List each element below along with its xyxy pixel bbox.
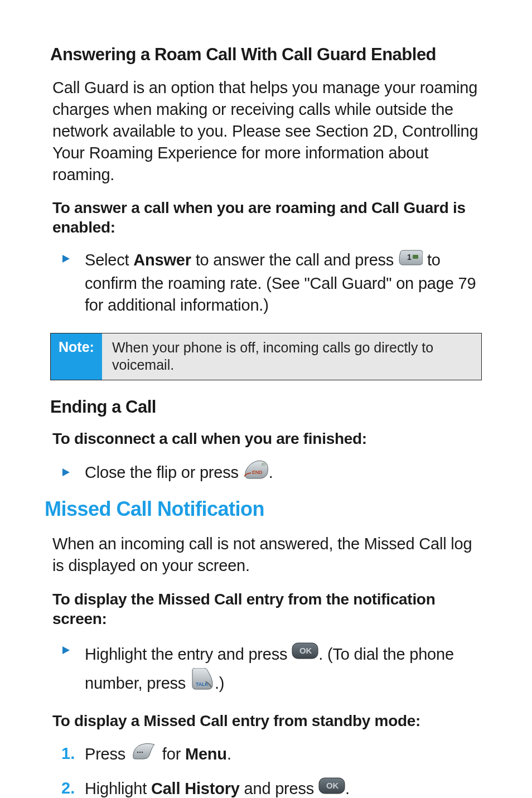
svg-text:/O: /O [262, 462, 266, 466]
instr-roam: To answer a call when you are roaming an… [52, 198, 482, 237]
bullet-marker-icon [61, 249, 85, 270]
text-fragment: .) [215, 674, 224, 692]
note-text: When your phone is off, incoming calls g… [102, 333, 481, 380]
text-fragment: to answer the call and press [191, 251, 398, 269]
text-fragment: for [158, 745, 185, 763]
bullet-end-call: Close the flip or press END/O. [50, 461, 482, 486]
para-roam-intro: Call Guard is an option that helps you m… [52, 77, 482, 186]
key-leftsoft-icon [130, 742, 158, 766]
svg-rect-2 [413, 255, 418, 259]
step-1-text: Press for Menu. [85, 743, 231, 767]
step-2-text: Highlight Call History and press OK. [85, 777, 350, 798]
instr-missed-notif: To display the Missed Call entry from th… [52, 589, 482, 628]
svg-text:OK: OK [326, 781, 338, 790]
svg-text:END: END [252, 470, 263, 475]
key-ok-icon: OK [318, 777, 345, 798]
text-bold-menu: Menu [185, 745, 227, 763]
key-end-icon: END/O [243, 460, 269, 485]
bullet-end-text: Close the flip or press END/O. [85, 461, 273, 486]
key-ok-icon: OK [292, 640, 318, 668]
text-fragment: Close the flip or press [85, 463, 243, 481]
svg-point-11 [139, 752, 141, 753]
svg-point-12 [142, 752, 143, 753]
text-fragment: . [345, 780, 350, 797]
note-box: Note: When your phone is off, incoming c… [50, 333, 482, 380]
para-missed: When an incoming call is not answered, t… [52, 533, 482, 577]
step-2: 2. Highlight Call History and press OK. [61, 777, 482, 798]
text-fragment: and press [240, 780, 318, 797]
svg-marker-0 [62, 255, 70, 263]
text-fragment: Highlight [85, 780, 151, 797]
instr-missed-standby: To display a Missed Call entry from stan… [52, 711, 482, 731]
page: Answering a Roam Call With Call Guard En… [0, 0, 532, 798]
svg-point-10 [137, 752, 139, 753]
bullet-roam-answer: Select Answer to answer the call and pre… [50, 249, 482, 316]
bullet-missed-text: Highlight the entry and press OK. (To di… [85, 641, 482, 700]
step-1: 1. Press for Menu. [61, 743, 482, 767]
key-talk-icon: TALK [190, 668, 215, 699]
text-fragment: Press [85, 745, 130, 763]
heading-ending-call: Ending a Call [50, 397, 482, 417]
bullet-marker-icon [61, 641, 85, 662]
bullet-marker-icon [61, 463, 85, 484]
heading-missed-call: Missed Call Notification [45, 497, 482, 521]
text-fragment: Select [85, 251, 133, 269]
bullet-roam-text: Select Answer to answer the call and pre… [85, 249, 482, 316]
text-bold-callhistory: Call History [151, 780, 240, 797]
text-bold-answer: Answer [133, 251, 191, 269]
svg-marker-3 [62, 468, 70, 476]
key-1-icon: 1 [398, 249, 423, 272]
bullet-missed: Highlight the entry and press OK. (To di… [50, 641, 482, 700]
text-fragment: . [227, 745, 231, 763]
numbered-steps: 1. Press for Menu. 2. Highlight Call His… [50, 743, 482, 798]
svg-marker-6 [62, 646, 70, 654]
note-label: Note: [51, 333, 102, 380]
step-number: 2. [61, 777, 85, 798]
text-fragment: Highlight the entry and press [85, 645, 292, 663]
heading-answering-roam: Answering a Roam Call With Call Guard En… [50, 45, 482, 65]
step-number: 1. [61, 743, 85, 765]
instr-end: To disconnect a call when you are finish… [52, 429, 482, 448]
text-fragment: . [269, 463, 273, 481]
svg-text:OK: OK [299, 646, 312, 655]
svg-text:1: 1 [407, 253, 412, 262]
